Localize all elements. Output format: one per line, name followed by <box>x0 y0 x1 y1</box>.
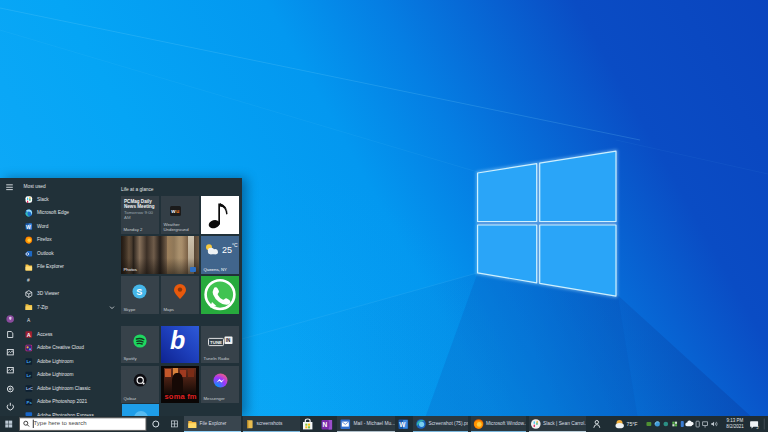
svg-text:Lr: Lr <box>27 373 32 378</box>
svg-text:W: W <box>26 224 31 230</box>
svg-text:S: S <box>136 287 142 297</box>
svg-text:N: N <box>323 421 328 428</box>
svg-text:u: u <box>176 208 179 214</box>
svg-text:IN: IN <box>225 338 230 343</box>
svg-text:LrC: LrC <box>26 386 33 391</box>
svg-text:W: W <box>399 421 406 428</box>
svg-text:A: A <box>27 332 31 338</box>
svg-text:TUNE: TUNE <box>210 340 222 345</box>
svg-text:2: 2 <box>757 425 760 430</box>
svg-text:Ps: Ps <box>27 400 33 405</box>
svg-text:Lr: Lr <box>27 359 32 364</box>
